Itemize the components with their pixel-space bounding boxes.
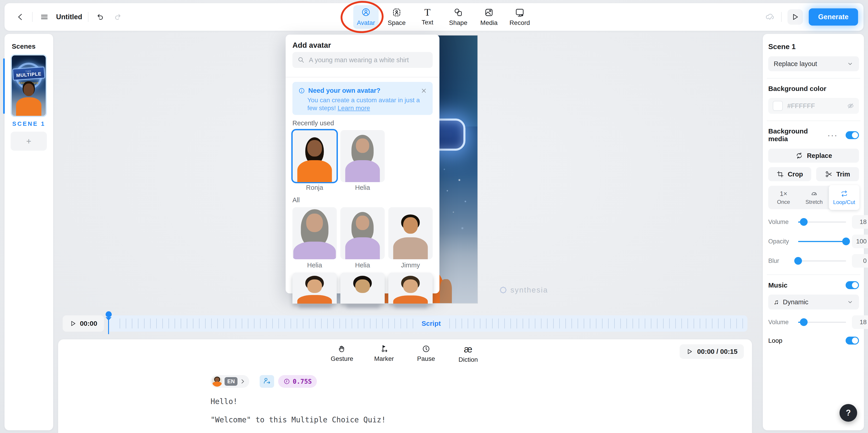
text-icon: T <box>425 8 431 17</box>
music-toggle[interactable] <box>846 281 859 289</box>
chevron-right-icon <box>240 378 246 384</box>
add-scene-button[interactable]: + <box>11 132 47 151</box>
menu-button[interactable] <box>38 11 50 23</box>
tab-shape[interactable]: Shape <box>445 5 471 29</box>
color-swatch[interactable] <box>773 101 783 111</box>
segment-loop-cut[interactable]: Loop/Cut <box>829 185 859 210</box>
tab-space[interactable]: Space <box>384 5 409 29</box>
avatar-card-ronja[interactable] <box>292 130 337 182</box>
redo-button[interactable] <box>112 11 124 23</box>
tab-record[interactable]: Record <box>507 5 532 29</box>
eye-off-icon[interactable] <box>847 102 855 110</box>
avatar-name: Helia <box>340 261 385 269</box>
divider <box>32 12 33 22</box>
segment-stretch[interactable]: Stretch <box>799 186 829 209</box>
avatar-marker-chip[interactable] <box>260 375 274 388</box>
help-button[interactable]: ? <box>839 404 857 422</box>
segment-once[interactable]: 1× Once <box>768 186 799 209</box>
script-duration: 00:00 / 00:15 <box>697 348 738 355</box>
document-title[interactable]: Untitled <box>56 13 82 21</box>
avatar-card-helia-closeup[interactable] <box>292 207 337 259</box>
volume-slider[interactable] <box>798 221 846 223</box>
chevron-down-icon <box>847 299 854 305</box>
banner-body: You can create a custom avatar in just a… <box>307 96 427 112</box>
script-toolbar: Gesture Marker Pause æ Diction <box>329 344 482 363</box>
music-track-dropdown[interactable]: ♫ Dynamic <box>768 295 859 309</box>
music-loop-toggle[interactable] <box>846 337 859 344</box>
avatar-card-partial[interactable] <box>388 273 433 304</box>
music-volume-value[interactable]: 18% <box>852 315 868 329</box>
background-color-field[interactable]: #FFFFFF <box>768 98 859 114</box>
opacity-label: Opacity <box>768 238 797 245</box>
volume-label: Volume <box>768 219 797 225</box>
trim-label: Trim <box>836 171 850 178</box>
avatar-name: Jimmy <box>388 261 433 269</box>
segment-label: Stretch <box>805 199 823 205</box>
tab-label: Text <box>422 19 433 26</box>
back-button[interactable] <box>14 11 26 23</box>
timeline-current-time: 00:00 <box>80 320 97 327</box>
thumb-avatar <box>15 92 42 116</box>
blur-label: Blur <box>768 257 797 265</box>
opacity-slider[interactable] <box>798 241 846 242</box>
thumb-cast-shadow <box>298 305 332 309</box>
crop-button[interactable]: Crop <box>768 167 811 181</box>
script-text-line[interactable]: "Welcome" to this Multiple Choice Quiz! <box>211 415 386 424</box>
avatar-photo <box>292 273 337 304</box>
more-icon[interactable]: ··· <box>828 133 838 137</box>
volume-value[interactable]: 18% <box>852 215 868 229</box>
preview-play-button[interactable] <box>787 9 803 25</box>
avatar-card-partial[interactable] <box>292 273 337 304</box>
pause-duration-chip[interactable]: 0.75S <box>278 375 317 388</box>
once-icon: 1× <box>780 190 787 197</box>
tab-media[interactable]: Media <box>476 5 502 29</box>
avatar-card-helia-full[interactable] <box>340 207 385 259</box>
speaker-avatar-pill[interactable]: EN <box>211 375 249 388</box>
avatar-card-partial[interactable] <box>340 273 385 304</box>
avatar-card-helia[interactable] <box>340 130 385 182</box>
tab-avatar[interactable]: Avatar <box>353 5 379 29</box>
timeline-play-button[interactable]: 00:00 <box>63 315 104 332</box>
diction-button[interactable]: æ Diction <box>455 344 482 363</box>
learn-more-link[interactable]: Learn more <box>338 104 370 112</box>
gesture-button[interactable]: Gesture <box>329 344 355 363</box>
close-icon[interactable] <box>421 87 427 94</box>
play-icon <box>791 13 800 21</box>
script-play-time-button[interactable]: 00:00 / 00:15 <box>680 344 744 359</box>
top-toolbar: Untitled Avatar Space T Text <box>4 3 864 31</box>
avatar-photo <box>292 207 337 259</box>
generate-button[interactable]: Generate <box>809 8 858 26</box>
undo-button[interactable] <box>94 11 106 23</box>
watermark-text: synthesia <box>510 286 548 294</box>
scene-thumbnail[interactable]: THE MULTIPLE CHOICE QUIZ <box>11 54 47 117</box>
background-color-label: Background color <box>768 85 859 93</box>
record-icon <box>515 7 525 18</box>
avatar-search-field[interactable] <box>292 52 433 68</box>
app-root: Untitled Avatar Space T Text <box>0 0 868 433</box>
tab-text[interactable]: T Text <box>415 5 440 29</box>
replace-media-button[interactable]: Replace <box>768 149 859 163</box>
music-volume-slider[interactable] <box>798 322 846 323</box>
opacity-value[interactable]: 100% <box>852 235 868 248</box>
trim-button[interactable]: Trim <box>816 167 859 181</box>
undo-icon <box>96 12 105 22</box>
tab-label: Record <box>509 19 530 27</box>
pause-button[interactable]: Pause <box>412 344 440 363</box>
avatar-card-jimmy[interactable] <box>388 207 433 259</box>
timeline-script-label[interactable]: Script <box>418 318 444 329</box>
scene-inspector-panel: Scene 1 Replace layout Background color … <box>763 34 864 430</box>
active-scene-indicator <box>3 58 5 114</box>
blur-value[interactable]: 0% <box>852 254 868 268</box>
avatar-search-input[interactable] <box>309 56 428 64</box>
background-media-toggle[interactable] <box>846 131 859 139</box>
timeline-playhead[interactable] <box>105 311 112 334</box>
insert-tabs: Avatar Space T Text Shape Media Record <box>353 3 532 31</box>
blur-slider[interactable] <box>798 260 846 261</box>
menu-icon <box>40 12 49 22</box>
marker-button[interactable]: Marker <box>370 344 398 363</box>
play-icon <box>686 348 693 355</box>
replace-layout-dropdown[interactable]: Replace layout <box>768 56 859 71</box>
thumb-cast-shadow <box>394 305 428 309</box>
tab-label: Shape <box>449 19 467 27</box>
script-text-line[interactable]: Hello! <box>211 397 238 406</box>
